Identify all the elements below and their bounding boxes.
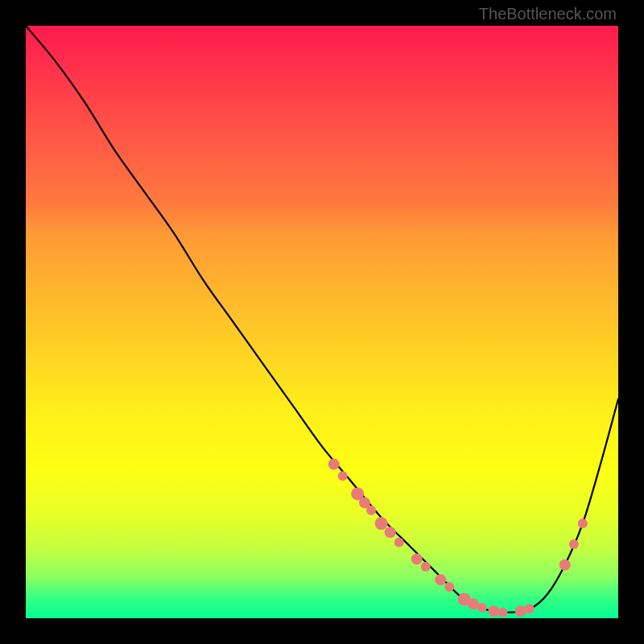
curve-marker [421, 562, 431, 572]
curve-marker [569, 539, 579, 549]
curve-marker [328, 459, 340, 470]
curve-marker [435, 574, 446, 585]
chart-svg [26, 26, 618, 618]
curve-marker [477, 603, 487, 613]
curve-marker [497, 608, 507, 617]
curve-marker [515, 605, 526, 617]
curve-marker [411, 553, 423, 564]
curve-marker [444, 582, 454, 592]
curve-marker [385, 526, 396, 538]
curve-marker [366, 506, 376, 515]
curve-marker [525, 604, 535, 613]
attribution-text: TheBottleneck.com [479, 5, 617, 23]
curve-marker [559, 559, 571, 571]
bottleneck-curve [26, 26, 618, 613]
curve-marker [338, 471, 348, 481]
curve-marker [394, 538, 404, 547]
curve-marker [578, 518, 588, 528]
curve-marker [375, 517, 388, 530]
curve-marker [488, 605, 499, 617]
curve-marker [468, 598, 479, 609]
